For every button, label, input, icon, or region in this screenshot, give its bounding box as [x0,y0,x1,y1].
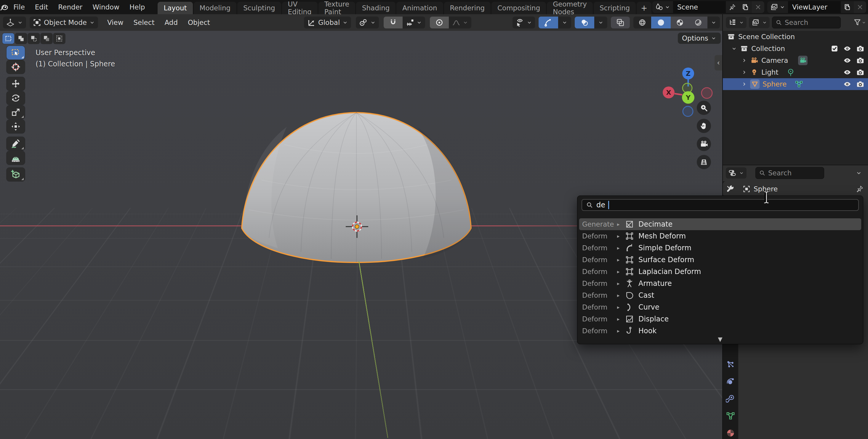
result-mesh-deform[interactable]: Deform▸ Mesh Deform [579,230,861,242]
outliner-editor-type-button[interactable] [726,17,747,28]
pan-hand-button[interactable] [697,119,711,133]
view-layer-name-field[interactable]: ViewLayer [788,1,841,13]
proportional-falloff-dropdown[interactable] [449,17,471,28]
outliner-row-light[interactable]: Light [723,66,868,78]
select-mode-new[interactable] [2,33,14,44]
result-curve[interactable]: Deform▸ Curve [579,301,861,313]
tool-scale[interactable] [6,105,25,119]
gizmo-z-neg-axis[interactable] [683,106,693,117]
outliner-filter-button[interactable] [853,19,866,27]
result-cast[interactable]: Deform▸ Cast [579,289,861,301]
result-hook[interactable]: Deform▸ Hook [579,325,861,337]
properties-editor-type-button[interactable] [726,167,747,179]
show-gizmo-toggle[interactable] [538,17,558,28]
snap-toggle[interactable] [384,17,403,28]
camera-view-button[interactable] [697,137,711,151]
tab-geometry-nodes[interactable]: Geometry Nodes [547,2,593,14]
view-layer-new-button[interactable] [841,1,854,13]
tab-animation[interactable]: Animation [396,2,443,14]
scene-new-button[interactable] [739,1,752,13]
disclosure-closed-icon[interactable] [741,58,747,63]
outliner-row-sphere[interactable]: Sphere [723,78,868,90]
add-workspace-button[interactable]: + [637,2,651,14]
result-armature[interactable]: Deform▸ Armature [579,278,861,289]
gizmo-dropdown[interactable] [558,17,571,28]
tab-sculpting[interactable]: Sculpting [237,2,281,14]
tab-scripting[interactable]: Scripting [594,2,636,14]
outliner-row-camera[interactable]: Camera [723,55,868,66]
outliner-row-scene-collection[interactable]: Scene Collection [723,31,868,43]
menu-window[interactable]: Window [87,0,124,14]
pin-id-button[interactable] [856,185,864,193]
result-laplacian-deform[interactable]: Deform▸ Laplacian Deform [579,266,861,278]
select-mode-subtract[interactable] [28,33,40,44]
tool-cursor[interactable] [6,60,25,74]
shading-material-button[interactable] [671,17,689,28]
disclosure-closed-icon[interactable] [741,69,747,75]
tool-transform[interactable] [6,120,25,133]
shading-solid-button[interactable] [651,17,671,28]
menu-help[interactable]: Help [124,0,150,14]
gizmo-x-neg-axis[interactable] [702,88,712,98]
modifier-search-input[interactable]: de [582,199,859,211]
select-mode-extend[interactable] [15,33,27,44]
properties-options-button[interactable] [856,170,862,176]
snap-settings-dropdown[interactable] [403,17,425,28]
disclosure-closed-icon[interactable] [741,81,747,87]
tab-tool[interactable] [723,181,738,197]
tab-constraints[interactable] [723,391,738,406]
tab-rendering[interactable]: Rendering [444,2,491,14]
editor-type-button[interactable] [3,17,26,28]
eye-visibility-toggle[interactable] [843,44,851,53]
shading-dropdown[interactable] [707,17,720,28]
checkbox-checked-icon[interactable] [831,45,838,53]
gizmo-y-neg-axis[interactable] [683,83,692,93]
menu-file[interactable]: File [8,0,30,14]
menu-edit[interactable]: Edit [30,0,53,14]
object-visibility-dropdown[interactable] [513,17,535,28]
menu-select[interactable]: Select [128,19,159,26]
camera-render-toggle[interactable] [856,44,864,53]
orthographic-toggle-button[interactable] [697,155,711,169]
zoom-button[interactable] [697,101,711,115]
eye-visibility-toggle[interactable] [843,56,851,65]
scene-unlink-button[interactable] [752,1,764,13]
proportional-editing-toggle[interactable] [430,17,449,28]
tool-move[interactable] [6,77,25,91]
tab-object-data[interactable] [723,408,738,424]
sphere-mesh-object[interactable] [234,106,483,269]
result-displace[interactable]: Deform▸ Displace [579,313,861,325]
shading-rendered-button[interactable] [689,17,707,28]
scroll-more-indicator[interactable]: ▼ [578,336,863,343]
tab-layout[interactable]: Layout [158,2,192,14]
menu-object[interactable]: Object [183,19,215,26]
camera-render-toggle[interactable] [856,56,864,65]
options-dropdown[interactable]: Options [678,33,721,44]
result-decimate[interactable]: Generate▸ Decimate [579,218,861,230]
tab-particles[interactable] [723,357,738,372]
menu-add[interactable]: Add [159,19,183,26]
sidebar-collapse-arrow[interactable]: ‹ [715,55,722,70]
result-surface-deform[interactable]: Deform▸ Surface Deform [579,254,861,266]
light-data-badge[interactable] [786,68,795,76]
view-layer-remove-button[interactable] [854,1,866,13]
scene-browse-button[interactable] [652,1,673,13]
tab-uv-editing[interactable]: UV Editing [282,2,317,14]
tab-compositing[interactable]: Compositing [492,2,546,14]
tab-modeling[interactable]: Modeling [194,2,237,14]
outliner-search-input[interactable]: Search [772,17,841,28]
scene-pin-button[interactable] [726,1,739,13]
select-mode-invert[interactable] [40,33,53,44]
mode-dropdown[interactable]: Object Mode [30,17,98,28]
overlays-dropdown[interactable] [594,17,607,28]
tab-material[interactable] [723,426,738,439]
camera-data-badge[interactable] [798,56,808,65]
tab-texture-paint[interactable]: Texture Paint [318,2,355,14]
camera-render-toggle[interactable] [856,80,864,88]
camera-render-toggle[interactable] [856,68,864,76]
tool-measure[interactable] [6,151,25,165]
view-layer-browse-button[interactable] [767,1,788,13]
shading-wireframe-button[interactable] [633,17,651,28]
menu-view[interactable]: View [102,19,129,26]
tab-shading[interactable]: Shading [356,2,396,14]
